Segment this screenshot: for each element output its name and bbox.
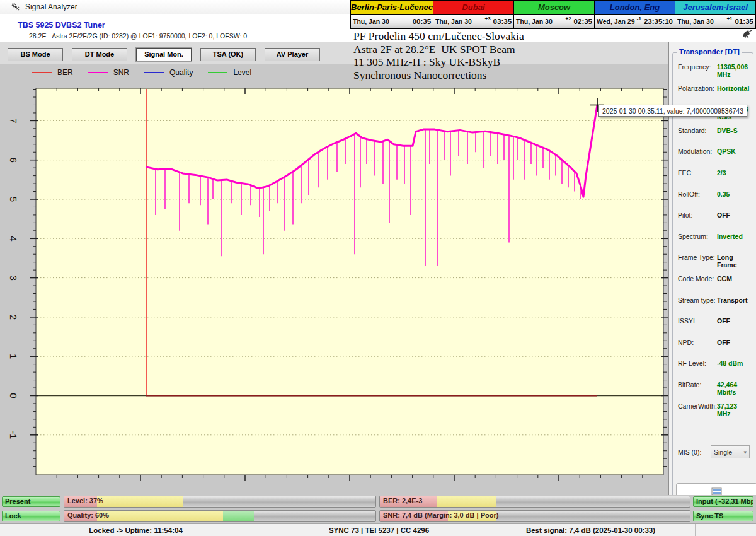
legend-line-swatch bbox=[88, 72, 108, 74]
clock-2: DubaiThu, Jan 30+303:35 bbox=[433, 0, 514, 29]
bar-label: SNR: 7,4 dB (Margin: 3,0 dB | Poor) bbox=[383, 511, 498, 519]
transponder-row-value: QPSK bbox=[717, 148, 736, 155]
legend-item-quality: Quality bbox=[144, 68, 193, 77]
mis-row: MIS (0): Single ▾ bbox=[678, 445, 752, 458]
transponder-row-value: 37,123 MHz bbox=[717, 402, 750, 417]
status-bar: Locked -> Uptime: 11:54:04 SYNC 73 | TEI… bbox=[0, 523, 756, 536]
legend-label: Level bbox=[233, 68, 251, 77]
mis-dropdown[interactable]: Single ▾ bbox=[711, 445, 750, 458]
transponder-row-label: Spectrum: bbox=[678, 233, 717, 240]
clock-time-row: Thu, Jan 3000:35 bbox=[351, 15, 433, 28]
tab-av-player[interactable]: AV Player bbox=[265, 48, 320, 61]
status-spacer bbox=[696, 524, 756, 536]
legend-item-level: Level bbox=[208, 68, 251, 77]
ber-bar: BER: 2,4E-3 bbox=[379, 496, 690, 508]
transponder-row: Standard:DVB-S bbox=[678, 127, 750, 148]
bar-label: Level: 37% bbox=[67, 497, 103, 504]
tab-tsa-ok[interactable]: TSA (OK) bbox=[200, 48, 256, 61]
tab-dt-mode[interactable]: DT Mode bbox=[72, 48, 127, 61]
annotation-line-4: Synchronous Nanocorrections bbox=[353, 69, 524, 82]
chevron-down-icon: ▾ bbox=[743, 449, 747, 455]
chart-tooltip: 2025-01-30 00.35.11, value: 7,4000000953… bbox=[598, 105, 747, 117]
transponder-row-label: Stream type: bbox=[678, 296, 717, 304]
transponder-row-value: 42,464 Mbit/s bbox=[717, 381, 750, 396]
clock-utc-offset: +1 bbox=[726, 16, 732, 21]
bar-segment-yellow bbox=[97, 511, 223, 521]
clock-time-row: Thu, Jan 30+202:35 bbox=[514, 15, 594, 28]
transponder-row-value: Inverted bbox=[717, 233, 743, 240]
clock-time: 03:35 bbox=[493, 18, 512, 25]
transponder-row: ISSYIOFF bbox=[678, 317, 750, 339]
satellite-dish-icon bbox=[741, 29, 753, 42]
chart-legend: BERSNRQualityLevel bbox=[32, 67, 266, 78]
transponder-row-label: RF Level: bbox=[678, 359, 717, 367]
transponder-row-value: Horizontal bbox=[717, 84, 749, 92]
level-bar: Level: 37% bbox=[64, 496, 376, 508]
legend-label: BER bbox=[57, 68, 73, 77]
transponder-row: RollOff:0.35 bbox=[678, 190, 750, 212]
transponder-row-value: Long Frame bbox=[717, 253, 750, 269]
annotation-line-1: PF Prodelin 450 cm/Lučenec-Slovakia bbox=[353, 30, 524, 43]
tab-signal-mon[interactable]: Signal Mon. bbox=[136, 48, 192, 61]
app-icon bbox=[11, 2, 20, 14]
transponder-row: NPD:OFF bbox=[678, 339, 750, 360]
device-title: TBS 5925 DVBS2 Tuner bbox=[18, 21, 105, 30]
device-subtitle: 28.2E - Astra 2E/2F/2G (ID: 0282) @ LOF1… bbox=[29, 32, 247, 40]
clock-date: Thu, Jan 30 bbox=[353, 18, 413, 25]
clock-4: London, EngWed, Jan 29-123:35:10 bbox=[594, 0, 675, 29]
transponder-row-label: BitRate: bbox=[678, 381, 717, 388]
transponder-row-value: OFF bbox=[717, 211, 730, 219]
transponder-row-label: Code Mode: bbox=[678, 275, 717, 283]
tab-bs-mode[interactable]: BS Mode bbox=[8, 48, 63, 61]
transponder-row-label: Modulation: bbox=[678, 148, 717, 155]
transponder-row-label: RollOff: bbox=[678, 190, 717, 198]
clock-time-row: Thu, Jan 30+101:35 bbox=[675, 15, 755, 28]
transponder-row: Modulation:QPSK bbox=[678, 148, 750, 169]
bar-label: BER: 2,4E-3 bbox=[383, 497, 422, 504]
transponder-row-value: 11305,006 MHz bbox=[717, 63, 750, 78]
transponder-row-label: NPD: bbox=[678, 339, 717, 346]
transponder-row: RF Level:-48 dBm bbox=[678, 359, 750, 381]
clock-time: 01:35 bbox=[735, 18, 753, 25]
annotation-line-3: 11 305 MHz-H : Sky UK-BSkyB bbox=[353, 55, 524, 69]
clock-date: Thu, Jan 30 bbox=[516, 18, 565, 25]
legend-label: Quality bbox=[169, 68, 193, 77]
clock-utc-offset: -1 bbox=[637, 16, 641, 21]
transponder-row-value: CCM bbox=[717, 275, 732, 283]
transponder-row: Stream type:Transport bbox=[678, 296, 750, 318]
lock-badge: Lock bbox=[2, 511, 60, 521]
clock-date: Thu, Jan 30 bbox=[435, 18, 484, 25]
transponder-row-value: 2/3 bbox=[717, 169, 726, 177]
transponder-row-value: 0.35 bbox=[717, 190, 730, 198]
transponder-row-label: Polarization: bbox=[678, 84, 717, 92]
transponder-row: Code Mode:CCM bbox=[678, 275, 750, 296]
transponder-row-value: Transport bbox=[717, 296, 747, 304]
transponder-row: Frequency:11305,006 MHz bbox=[678, 63, 750, 84]
transponder-row-label: Standard: bbox=[678, 127, 717, 134]
window-title: Signal Analyzer bbox=[25, 3, 77, 11]
transponder-row-label: Frame Type: bbox=[678, 253, 717, 261]
transponder-row-value: -48 dBm bbox=[717, 359, 743, 367]
clock-city-label: Jerusalem-Israel bbox=[675, 1, 755, 15]
clock-3: MoscowThu, Jan 30+202:35 bbox=[513, 0, 595, 29]
transponder-rows: Frequency:11305,006 MHzPolarization:Hori… bbox=[678, 63, 750, 423]
chart-panel bbox=[0, 64, 668, 496]
clock-time: 00:35 bbox=[413, 18, 431, 25]
clock-time-row: Wed, Jan 29-123:35:10 bbox=[595, 15, 675, 28]
clock-5: Jerusalem-IsraelThu, Jan 30+101:35 bbox=[675, 0, 756, 29]
clock-time: 02:35 bbox=[574, 18, 592, 25]
transponder-row: BitRate:42,464 Mbit/s bbox=[678, 381, 750, 402]
transponder-row: Spectrum:Inverted bbox=[678, 233, 750, 254]
transponder-row: Polarization:Horizontal bbox=[678, 84, 750, 106]
transponder-title: Transponder [DT] bbox=[677, 48, 742, 55]
legend-line-swatch bbox=[144, 72, 164, 74]
tab-row: BS ModeDT ModeSignal Mon.TSA (OK)AV Play… bbox=[8, 48, 320, 61]
legend-line-swatch bbox=[32, 72, 52, 74]
clock-utc-offset: +2 bbox=[565, 16, 571, 21]
bar-segment-yellow bbox=[97, 496, 183, 507]
transponder-row: FEC:2/3 bbox=[678, 169, 750, 190]
transponder-row: CarrierWidth:37,123 MHz bbox=[678, 402, 750, 424]
clock-time: 23:35:10 bbox=[644, 18, 673, 25]
transponder-row-label: Pilot: bbox=[678, 211, 717, 219]
transponder-row-value: OFF bbox=[717, 339, 730, 346]
